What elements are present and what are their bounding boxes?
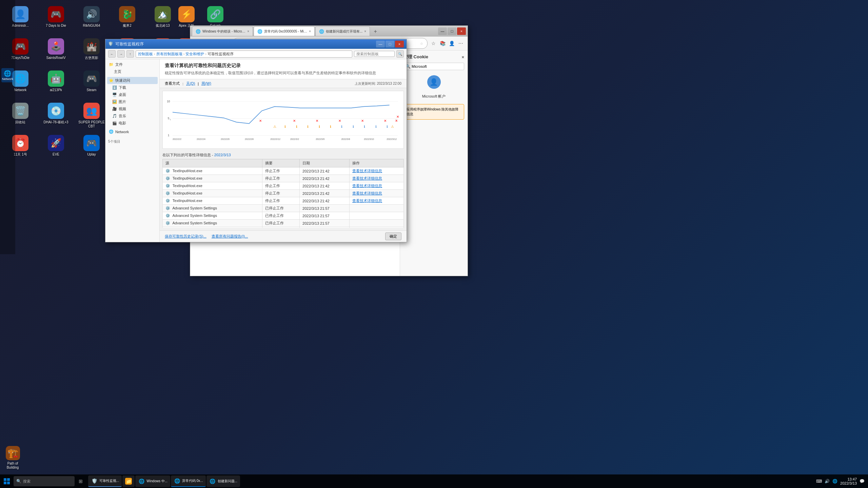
- notification-icon[interactable]: 💬: [860, 479, 865, 484]
- taskbar-app-browser1[interactable]: 🌐 Windows 中...: [135, 475, 170, 487]
- sidebar-item-music[interactable]: 🎵 音乐: [111, 113, 158, 120]
- settings-icon[interactable]: ⋯: [457, 39, 465, 47]
- taskbar-search[interactable]: 🔍 搜索: [14, 476, 75, 486]
- action-link[interactable]: 查看技术详细信息: [352, 176, 382, 180]
- windows-logo-icon: [3, 478, 10, 485]
- taskbar-app-reliability[interactable]: 🛡️ 可靠性监视...: [88, 475, 122, 487]
- tab3-title: 创建新问题或打开现有...: [326, 29, 362, 34]
- minimize-button[interactable]: —: [376, 41, 385, 47]
- reliability-chart: 10 5 1 ✕ ✕ ✕ ✕ ✕: [162, 91, 404, 149]
- tab2-close-icon[interactable]: ×: [309, 29, 311, 33]
- start-button[interactable]: [0, 474, 14, 488]
- table-row: ⚙️ TextInputHost.exe 停止工作 2022/3/13 21:4…: [163, 182, 404, 190]
- desktop-icon-pathofbuilding[interactable]: 🏗️ Path ofBuilding: [0, 443, 25, 471]
- cookie-close-icon[interactable]: ×: [461, 55, 464, 60]
- desktop-icon-ai213[interactable]: 🤖 ai213Pk: [39, 68, 73, 98]
- action-link[interactable]: 查看技术详细信息: [352, 199, 382, 203]
- breadcrumb-sep-1: ›: [154, 52, 155, 56]
- taskbar-browser3-label: 创建新问题...: [218, 479, 237, 484]
- desktop-icon-gubeiboss[interactable]: 🏰 古堡黑影: [75, 36, 108, 66]
- confirm-button[interactable]: 确定: [385, 232, 401, 240]
- action-link[interactable]: 查看技术详细信息: [352, 169, 382, 173]
- sidebar-item-homepage[interactable]: 主页: [112, 68, 158, 75]
- avatar-icon: 👤: [427, 75, 441, 89]
- browser-tab-1[interactable]: 🌐 Windows 中的错误 - Microsoft ... ×: [192, 26, 253, 36]
- sidebar-item-images[interactable]: 🖼️ 图片: [111, 98, 158, 105]
- cell-date: 2022/3/13 21:42: [300, 182, 350, 190]
- collections-icon[interactable]: 📚: [438, 39, 447, 47]
- source-name: TextInputHost.exe: [173, 199, 202, 203]
- browser-tab-3[interactable]: 🌐 创建新问题或打开现有... ×: [315, 26, 370, 36]
- new-tab-button[interactable]: +: [371, 27, 380, 36]
- taskbar: 🔍 搜索 ⊞ 🛡️ 可靠性监视... 📁 🌐 Windows 中... 🌐 异常…: [0, 474, 868, 488]
- svg-text:⚠: ⚠: [273, 125, 276, 128]
- day-label[interactable]: 天(D): [186, 81, 195, 86]
- cell-action: [350, 212, 404, 220]
- desktop-icon-dhai78[interactable]: 💿 DHAI-78-碟机+3: [39, 100, 73, 130]
- up-button[interactable]: ↑: [126, 50, 134, 58]
- desktop-icon-superpeople[interactable]: 👥 SUPER PEOPLE CBT: [75, 100, 108, 130]
- reliability-chart-svg: 10 5 1 ✕ ✕ ✕ ✕ ✕: [165, 94, 401, 145]
- browser-minimize-button[interactable]: —: [438, 27, 447, 35]
- taskbar-browser1-label: Windows 中...: [146, 479, 167, 484]
- close-button[interactable]: ×: [395, 41, 404, 47]
- search-button[interactable]: 🔍: [396, 50, 404, 58]
- tab1-close-icon[interactable]: ×: [247, 29, 249, 33]
- save-reliability-link[interactable]: 保存可靠性历史记录(S)...: [165, 234, 206, 239]
- week-label[interactable]: 周(W): [201, 81, 211, 86]
- forward-button[interactable]: →: [117, 50, 125, 58]
- taskbar-app-browser3[interactable]: 🌐 创建新问题...: [206, 475, 240, 487]
- network-dock-item[interactable]: 🌐 Network: [1, 68, 14, 82]
- desktop-icon-uplay[interactable]: 🎮 Uplay: [75, 132, 108, 163]
- desktop-icon-rtk[interactable]: 🔊 RtkNGUI64: [75, 3, 108, 34]
- star-icon[interactable]: ☆: [429, 39, 437, 47]
- row-icon: ⚙️: [165, 221, 170, 225]
- keyboard-icon[interactable]: ⌨: [816, 479, 822, 484]
- system-clock[interactable]: 13:47 2022/3/13: [840, 477, 857, 485]
- svg-text:✕: ✕: [293, 119, 296, 123]
- cell-action: 查看技术详细信息: [350, 182, 404, 190]
- view-all-link[interactable]: 查看所有问题报告(I)...: [212, 234, 248, 239]
- breadcrumb-1[interactable]: 控制面板: [138, 52, 153, 57]
- table-row: ⚙️ TextInputHost.exe 停止工作 2022/3/13 21:4…: [163, 197, 404, 205]
- desktop-icon-eve[interactable]: 🚀 EVE: [39, 132, 73, 163]
- sidebar-quickaccess-title[interactable]: ⭐ 快速访问: [107, 77, 158, 84]
- desktop-icon-7days1[interactable]: 🎮 7 Days to Die: [39, 3, 73, 34]
- taskbar-browser2-icon: 🌐: [174, 477, 180, 484]
- back-button[interactable]: ←: [108, 50, 116, 58]
- table-container[interactable]: 源 摘要 日期 操作 ⚙️ TextInputHost.exe 停止工作 202…: [162, 159, 404, 228]
- speaker-icon[interactable]: 🔊: [825, 479, 830, 484]
- sidebar-item-movie[interactable]: 🎬 电影: [111, 120, 158, 127]
- maximize-button[interactable]: □: [386, 41, 394, 47]
- desktop-icon-steam[interactable]: 🎮 Steam: [75, 68, 108, 98]
- 11tian-label: 11天 1号: [14, 152, 27, 157]
- taskbar-app-browser2[interactable]: 🌐 异常代码 0x...: [171, 475, 206, 487]
- row-icon: ⚙️: [165, 176, 170, 180]
- sidebar-item-video[interactable]: 🎥 视频: [111, 105, 158, 113]
- breadcrumb-3[interactable]: 安全和维护: [185, 52, 204, 57]
- browser-close-button[interactable]: ×: [457, 27, 466, 35]
- favorites-icon[interactable]: ☆: [420, 42, 423, 45]
- taskbar-app-fileexplorer[interactable]: 📁: [122, 475, 135, 487]
- desktop-icon-mojie2[interactable]: 🐉 魔界2: [110, 3, 144, 34]
- panel-description: 稳定性报告可评估系统的总体稳定性，取值范围1到10，通过选择特定时间可以查看与系…: [165, 70, 401, 76]
- task-view-button[interactable]: ⊞: [75, 476, 86, 486]
- browser-maximize-button[interactable]: □: [448, 27, 456, 35]
- sidebar-item-download[interactable]: ⬇️ 下载: [111, 84, 158, 91]
- cookie-search-input[interactable]: [412, 64, 462, 68]
- breadcrumb-2[interactable]: 所有控制面板项: [156, 52, 182, 57]
- action-link[interactable]: 查看技术详细信息: [352, 184, 382, 188]
- sidebar-item-desktop[interactable]: 🖥️ 桌面: [111, 91, 158, 98]
- profile-icon[interactable]: 👤: [448, 39, 456, 47]
- tab3-close-icon[interactable]: ×: [364, 29, 366, 33]
- mojie2-label: 魔界2: [123, 24, 132, 28]
- action-link[interactable]: 查看技术详细信息: [352, 191, 382, 195]
- search-input[interactable]: [354, 51, 395, 57]
- view-by-label: 查看方式: [165, 81, 180, 86]
- desktop-icon-saintsrow[interactable]: 🕹️ SaintsRowIV: [39, 36, 73, 66]
- ai213-icon: 🤖: [48, 70, 64, 87]
- network-tray-icon[interactable]: 🌐: [832, 479, 837, 484]
- browser-tab-2[interactable]: 🌐 异常代码 0xc0000005 - Microsof... ×: [254, 26, 315, 36]
- cookie-search-bar[interactable]: 🔍: [403, 63, 464, 70]
- sidebar-item-network[interactable]: 🌐 Network: [107, 128, 158, 135]
